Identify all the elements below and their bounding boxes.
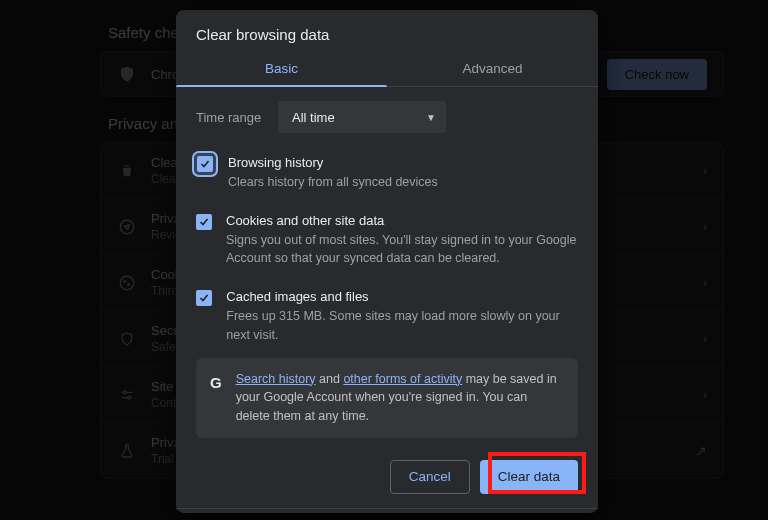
item-title: Browsing history xyxy=(228,155,438,170)
item-title: Cookies and other site data xyxy=(226,213,578,228)
checkbox-cookies[interactable] xyxy=(196,214,212,230)
dialog-footer: To clear browsing data from this device … xyxy=(176,508,598,520)
google-account-hint: G Search history and other forms of acti… xyxy=(196,358,578,438)
dialog-tabs: Basic Advanced xyxy=(176,53,598,87)
dialog-title: Clear browsing data xyxy=(176,10,598,53)
tab-basic[interactable]: Basic xyxy=(176,53,387,86)
link-other-activity[interactable]: other forms of activity xyxy=(343,372,462,386)
item-cookies: Cookies and other site data Signs you ou… xyxy=(196,203,578,279)
google-logo-icon: G xyxy=(210,370,222,426)
checkbox-cache[interactable] xyxy=(196,290,212,306)
link-search-history[interactable]: Search history xyxy=(236,372,316,386)
hint-text: Search history and other forms of activi… xyxy=(236,370,564,426)
chevron-down-icon: ▼ xyxy=(426,112,436,123)
cancel-button[interactable]: Cancel xyxy=(390,460,470,494)
item-sub: Signs you out of most sites. You'll stay… xyxy=(226,231,578,267)
time-range-label: Time range xyxy=(196,110,262,125)
item-sub: Clears history from all synced devices xyxy=(228,173,438,191)
time-range-value: All time xyxy=(292,110,335,125)
item-cache: Cached images and files Frees up 315 MB.… xyxy=(196,279,578,355)
clear-data-button[interactable]: Clear data xyxy=(480,460,578,494)
item-title: Cached images and files xyxy=(226,289,578,304)
item-browsing-history: Browsing history Clears history from all… xyxy=(196,145,578,203)
item-sub: Frees up 315 MB. Some sites may load mor… xyxy=(226,307,578,343)
checkbox-browsing-history[interactable] xyxy=(197,156,213,172)
tab-advanced[interactable]: Advanced xyxy=(387,53,598,86)
clear-browsing-data-dialog: Clear browsing data Basic Advanced Time … xyxy=(176,10,598,513)
time-range-select[interactable]: All time ▼ xyxy=(278,101,446,133)
